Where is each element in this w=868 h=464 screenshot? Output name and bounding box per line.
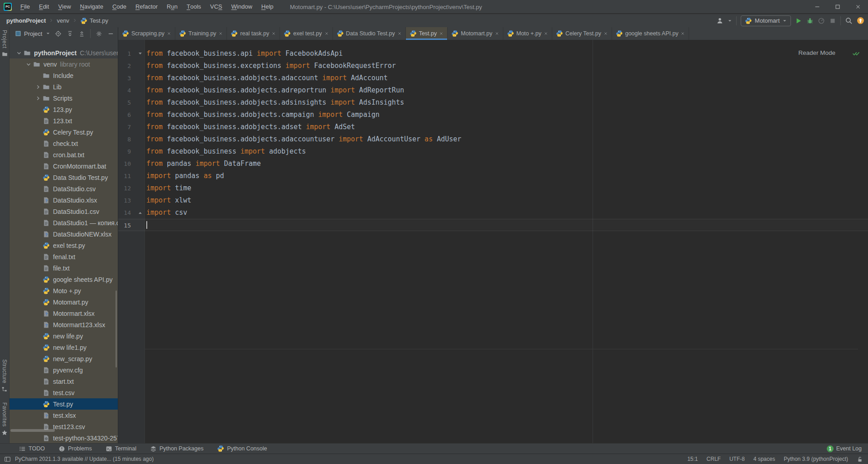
close-button[interactable]	[848, 0, 868, 13]
minimize-button[interactable]	[807, 0, 827, 13]
stripe-button-project[interactable]: Project	[1, 30, 8, 57]
tree-item-pyvenv-cfg[interactable]: pyvenv.cfg	[10, 364, 118, 376]
tree-chevron[interactable]	[24, 61, 33, 68]
reader-mode-label[interactable]: Reader Mode	[798, 49, 835, 56]
fold-marker[interactable]	[131, 207, 145, 219]
debug-button[interactable]	[806, 17, 814, 24]
breadcrumb-item-venv[interactable]: venv	[57, 17, 69, 24]
gear-icon[interactable]	[96, 30, 102, 37]
inspections-ok-icon[interactable]	[852, 49, 860, 57]
tree-item-new-life1-py[interactable]: new life1.py	[10, 342, 118, 353]
tree-item-exel-test-py[interactable]: exel test.py	[10, 240, 118, 251]
search-everywhere-button[interactable]	[845, 17, 853, 24]
tab-close-icon[interactable]	[544, 31, 548, 36]
locate-file-button[interactable]	[55, 30, 62, 37]
tree-item-start-txt[interactable]: start.txt	[10, 376, 118, 387]
tree-item-datastudio1-csv[interactable]: DataStudio1.csv	[10, 206, 118, 217]
tab-google-sheets-api-py[interactable]: google sheets API.py	[612, 27, 689, 40]
stripe-button-structure[interactable]: Structure	[1, 359, 8, 392]
fold-marker[interactable]	[131, 48, 145, 60]
tab-close-icon[interactable]	[218, 31, 223, 36]
tree-item-datastudionew-xlsx[interactable]: ?DataStudioNEW.xlsx	[10, 228, 118, 240]
tree-item-scripts[interactable]: Scripts	[10, 92, 118, 104]
tree-item-check-txt[interactable]: check.txt	[10, 138, 118, 149]
tree-item-fenal-txt[interactable]: fenal.txt	[10, 251, 118, 262]
tab-close-icon[interactable]	[167, 31, 171, 36]
tree-item-123-py[interactable]: 123.py	[10, 104, 118, 115]
toolwindow-button-terminal[interactable]: Terminal	[106, 445, 136, 452]
tree-item-test-csv[interactable]: test.csv	[10, 387, 118, 398]
menu-refactor[interactable]: Refactor	[131, 0, 162, 13]
tab-scrapping-py[interactable]: Scrapping.py	[118, 27, 175, 40]
tab-close-icon[interactable]	[680, 31, 685, 36]
menu-file[interactable]: File	[16, 0, 34, 13]
tree-item-123-txt[interactable]: 123.txt	[10, 115, 118, 126]
profiler-button[interactable]	[818, 17, 825, 24]
lock-open-icon[interactable]	[857, 456, 863, 463]
tab-close-icon[interactable]	[495, 31, 499, 36]
tree-item-datastudio-xlsx[interactable]: ?DataStudio.xlsx	[10, 194, 118, 206]
menu-tools[interactable]: Tools	[182, 0, 206, 13]
menu-code[interactable]: Code	[108, 0, 131, 13]
collapse-all-button[interactable]	[78, 30, 85, 37]
stop-button[interactable]	[829, 17, 836, 24]
toolwindow-button-python-console[interactable]: Python Console	[217, 445, 267, 452]
tree-vertical-scrollbar[interactable]	[116, 290, 117, 367]
status-segment-python-3-9-pythonproject[interactable]: Python 3.9 (pythonProject)	[784, 456, 848, 462]
tab-data-studio-test-py[interactable]: Data Studio Test.py	[333, 27, 406, 40]
tree-chevron[interactable]	[14, 50, 24, 56]
tab-close-icon[interactable]	[324, 31, 329, 36]
tab-close-icon[interactable]	[603, 31, 608, 36]
tree-item-file-txt[interactable]: file.txt	[10, 262, 118, 274]
breadcrumb-item-test-py[interactable]: Test.py	[80, 17, 108, 24]
tab-close-icon[interactable]	[397, 31, 402, 36]
tree-item-test-xlsx[interactable]: ?test.xlsx	[10, 410, 118, 421]
menu-edit[interactable]: Edit	[34, 0, 53, 13]
update-available-button[interactable]	[857, 17, 864, 24]
stripe-button-favorites[interactable]: Favorites	[1, 402, 8, 436]
tree-item-pythonproject[interactable]: pythonProjectC:\Users\user\Pychar	[10, 47, 118, 58]
menu-view[interactable]: View	[53, 0, 75, 13]
toolwindow-button-python-packages[interactable]: Python Packages	[150, 445, 203, 452]
expand-all-button[interactable]	[67, 30, 73, 37]
tree-item-test-py[interactable]: Test.py	[10, 398, 118, 410]
maximize-button[interactable]	[827, 0, 848, 13]
tree-item-motormart123-xlsx[interactable]: ?Motormart123.xlsx	[10, 319, 118, 330]
run-configuration-select[interactable]: Motomart	[741, 15, 791, 26]
tab-celery-test-py[interactable]: Celery Test.py	[552, 27, 612, 40]
tree-item-new-scrap-py[interactable]: new_scrap.py	[10, 353, 118, 364]
tree-item-venv[interactable]: venvlibrary root	[10, 58, 118, 70]
menu-vcs[interactable]: VCS	[206, 0, 227, 13]
chevron-down-icon[interactable]	[46, 31, 50, 36]
menu-help[interactable]: Help	[257, 0, 278, 13]
tree-item-moto-py[interactable]: Moto +.py	[10, 285, 118, 296]
status-segment-15-1[interactable]: 15:1	[687, 456, 698, 462]
tree-item-motormart-xlsx[interactable]: ?Motormart.xlsx	[10, 308, 118, 319]
code-editor[interactable]: 1from facebook_business.api import Faceb…	[118, 40, 868, 443]
tree-item-lib[interactable]: Lib	[10, 81, 118, 92]
tree-item-new-life-py[interactable]: new life.py	[10, 330, 118, 342]
tree-chevron[interactable]	[33, 95, 43, 102]
menu-window[interactable]: Window	[227, 0, 257, 13]
tree-item-cronmotormart-bat[interactable]: CronMotormart.bat	[10, 160, 118, 172]
user-icon[interactable]	[716, 17, 723, 24]
menu-navigate[interactable]: Navigate	[76, 0, 108, 13]
tab-close-icon[interactable]	[439, 31, 444, 36]
toolwindow-button-problems[interactable]: Problems	[58, 445, 92, 452]
event-log-button[interactable]: 1 Event Log	[827, 445, 868, 452]
tree-item-google-sheets-api-py[interactable]: google sheets API.py	[10, 274, 118, 285]
layout-icon[interactable]	[4, 456, 11, 463]
breadcrumb-item-pythonproject[interactable]: pythonProject	[6, 17, 46, 24]
tree-item-celery-test-py[interactable]: Celery Test.py	[10, 126, 118, 138]
tab-motomart-py[interactable]: Motomart.py	[448, 27, 503, 40]
hide-panel-button[interactable]	[107, 30, 114, 37]
tree-item-data-studio-test-py[interactable]: Data Studio Test.py	[10, 172, 118, 183]
tree-horizontal-scrollbar[interactable]	[10, 429, 55, 432]
tree-item-include[interactable]: Include	[10, 70, 118, 81]
tab-real-task-py[interactable]: real task.py	[227, 27, 280, 40]
status-segment-4-spaces[interactable]: 4 spaces	[753, 456, 775, 462]
tab-training-py[interactable]: Training.py	[175, 27, 227, 40]
toolwindow-button-todo[interactable]: TODO	[19, 445, 45, 452]
status-segment-utf-8[interactable]: UTF-8	[729, 456, 745, 462]
menu-run[interactable]: Run	[162, 0, 182, 13]
